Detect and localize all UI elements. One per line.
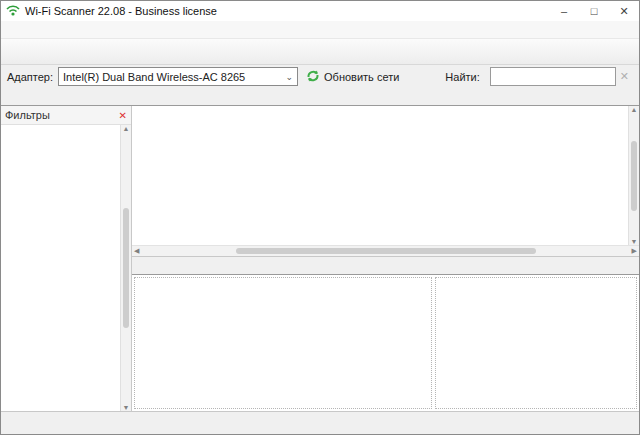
- app-icon: [6, 4, 20, 18]
- menu-bar: [1, 21, 639, 39]
- adapter-bar: Адаптер: Intel(R) Dual Band Wireless-AC …: [1, 65, 639, 88]
- chart-24ghz: [134, 277, 432, 409]
- title-bar: Wi-Fi Scanner 22.08 - Business license –…: [1, 1, 639, 21]
- filters-tree: [1, 125, 120, 411]
- filters-scrollbar[interactable]: ▲ ▼: [120, 125, 131, 411]
- find-label: Найти:: [445, 71, 479, 83]
- adapter-select[interactable]: Intel(R) Dual Band Wireless-AC 8265 ⌄: [58, 67, 298, 86]
- scroll-up-icon[interactable]: ▲: [123, 125, 130, 132]
- filters-title: Фильтры: [5, 109, 119, 121]
- adapter-label: Адаптер:: [7, 71, 53, 83]
- charts-panel: [132, 274, 639, 411]
- close-filters-icon[interactable]: ✕: [119, 110, 127, 121]
- adapter-value: Intel(R) Dual Band Wireless-AC 8265: [63, 71, 245, 83]
- scroll-down-icon[interactable]: ▼: [123, 404, 130, 411]
- scroll-left-icon[interactable]: ◀: [134, 247, 139, 255]
- window-title: Wi-Fi Scanner 22.08 - Business license: [25, 5, 549, 17]
- networks-table-section: ▲ ▼ ◀ ▶: [132, 106, 639, 257]
- maximize-button[interactable]: □: [579, 1, 609, 21]
- search-input[interactable]: [490, 67, 616, 86]
- app-window: Wi-Fi Scanner 22.08 - Business license –…: [0, 0, 640, 435]
- chart-tabs: [132, 257, 639, 274]
- status-bar: [1, 411, 639, 434]
- chevron-down-icon: ⌄: [286, 72, 294, 82]
- refresh-networks-button[interactable]: Обновить сети: [324, 71, 399, 83]
- refresh-networks-icon[interactable]: [306, 69, 320, 85]
- filters-panel: Фильтры ✕ ▲ ▼: [1, 106, 132, 411]
- table-vscrollbar[interactable]: ▲ ▼: [628, 106, 639, 245]
- scroll-up-icon[interactable]: ▲: [631, 106, 638, 113]
- clear-search-icon[interactable]: ✕: [620, 70, 629, 83]
- toolbar: [1, 39, 639, 65]
- scroll-right-icon[interactable]: ▶: [632, 247, 637, 255]
- minimize-button[interactable]: –: [549, 1, 579, 21]
- main-tabs: [1, 88, 639, 105]
- chart-5ghz: [435, 277, 637, 409]
- scroll-down-icon[interactable]: ▼: [631, 238, 638, 245]
- close-button[interactable]: ✕: [609, 1, 639, 21]
- table-hscrollbar[interactable]: ◀ ▶: [132, 245, 639, 256]
